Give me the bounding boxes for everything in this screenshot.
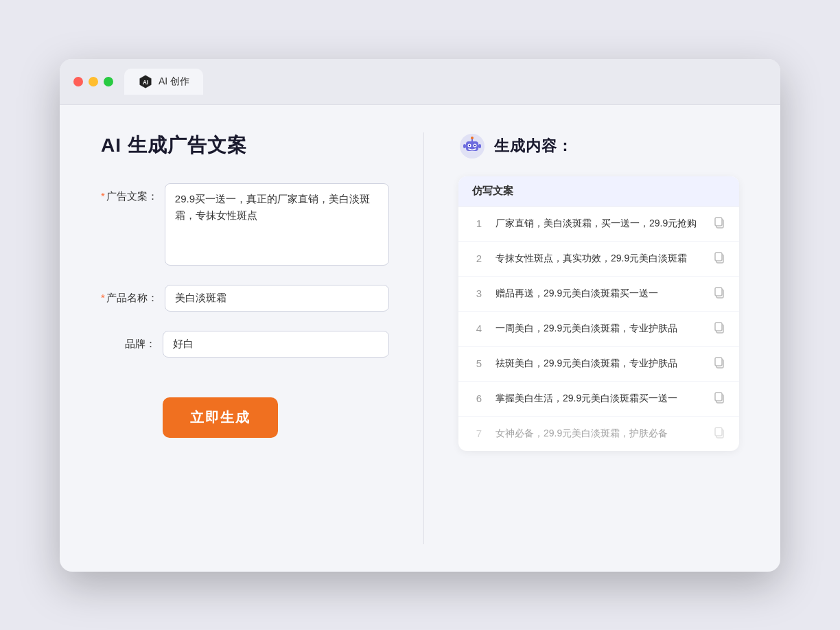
ai-tab-icon: AI bbox=[138, 74, 153, 89]
row-text: 厂家直销，美白淡斑霜，买一送一，29.9元抢购 bbox=[495, 216, 703, 231]
copy-icon[interactable] bbox=[713, 251, 725, 266]
row-text: 掌握美白生活，29.9元美白淡斑霜买一送一 bbox=[495, 391, 703, 406]
copy-icon[interactable] bbox=[713, 391, 725, 406]
copy-icon[interactable] bbox=[713, 426, 725, 441]
svg-rect-13 bbox=[715, 218, 722, 226]
row-text: 祛斑美白，29.9元美白淡斑霜，专业护肤品 bbox=[495, 356, 703, 371]
required-star-1: * bbox=[101, 190, 105, 202]
table-row: 2专抹女性斑点，真实功效，29.9元美白淡斑霜 bbox=[458, 242, 739, 277]
ad-copy-label: *广告文案： bbox=[101, 183, 165, 203]
result-table-header: 仿写文案 bbox=[458, 176, 739, 207]
row-text: 专抹女性斑点，真实功效，29.9元美白淡斑霜 bbox=[495, 251, 703, 266]
table-row: 6掌握美白生活，29.9元美白淡斑霜买一送一 bbox=[458, 382, 739, 417]
table-row: 3赠品再送，29.9元美白淡斑霜买一送一 bbox=[458, 277, 739, 312]
copy-icon[interactable] bbox=[713, 356, 725, 371]
row-text: 一周美白，29.9元美白淡斑霜，专业护肤品 bbox=[495, 321, 703, 336]
row-number: 5 bbox=[472, 358, 486, 369]
svg-rect-11 bbox=[478, 144, 481, 148]
product-name-input[interactable]: 美白淡斑霜 bbox=[165, 285, 389, 312]
left-panel: AI 生成广告文案 *广告文案： 29.9买一送一，真正的厂家直销，美白淡斑霜，… bbox=[101, 132, 389, 544]
result-rows-container: 1厂家直销，美白淡斑霜，买一送一，29.9元抢购 2专抹女性斑点，真实功效，29… bbox=[458, 207, 739, 451]
svg-point-9 bbox=[471, 137, 474, 139]
row-text: 赠品再送，29.9元美白淡斑霜买一送一 bbox=[495, 286, 703, 301]
robot-icon bbox=[458, 132, 486, 160]
svg-rect-23 bbox=[715, 393, 722, 401]
titlebar: AI AI 创作 bbox=[60, 59, 780, 105]
browser-window: AI AI 创作 AI 生成广告文案 *广告文案： 29.9买一送一，真正的厂家… bbox=[60, 59, 780, 572]
product-name-label: *产品名称： bbox=[101, 285, 165, 305]
svg-rect-21 bbox=[715, 358, 722, 366]
ad-copy-input[interactable]: 29.9买一送一，真正的厂家直销，美白淡斑霜，专抹女性斑点 bbox=[165, 183, 389, 266]
table-row: 1厂家直销，美白淡斑霜，买一送一，29.9元抢购 bbox=[458, 207, 739, 242]
svg-rect-19 bbox=[715, 323, 722, 331]
brand-label: 品牌： bbox=[101, 331, 163, 351]
svg-text:AI: AI bbox=[143, 79, 148, 85]
maximize-button[interactable] bbox=[104, 77, 113, 86]
copy-icon[interactable] bbox=[713, 216, 725, 231]
ai-tab[interactable]: AI AI 创作 bbox=[124, 69, 203, 95]
traffic-lights bbox=[73, 77, 113, 86]
generate-button[interactable]: 立即生成 bbox=[163, 397, 278, 438]
svg-rect-25 bbox=[715, 428, 722, 436]
copy-icon[interactable] bbox=[713, 321, 725, 336]
ad-copy-group: *广告文案： 29.9买一送一，真正的厂家直销，美白淡斑霜，专抹女性斑点 bbox=[101, 183, 389, 266]
page-title: AI 生成广告文案 bbox=[101, 132, 389, 159]
table-row: 7女神必备，29.9元美白淡斑霜，护肤必备 bbox=[458, 417, 739, 451]
tab-label: AI 创作 bbox=[159, 75, 189, 88]
right-panel: 生成内容： 仿写文案 1厂家直销，美白淡斑霜，买一送一，29.9元抢购 2专抹女… bbox=[458, 132, 739, 544]
minimize-button[interactable] bbox=[89, 77, 98, 86]
svg-rect-15 bbox=[715, 253, 722, 261]
row-number: 2 bbox=[472, 253, 486, 264]
brand-group: 品牌： 好白 bbox=[101, 331, 389, 358]
row-number: 4 bbox=[472, 323, 486, 334]
row-number: 7 bbox=[472, 428, 486, 439]
svg-rect-17 bbox=[715, 288, 722, 296]
svg-rect-10 bbox=[463, 144, 466, 148]
vertical-divider bbox=[423, 132, 424, 544]
result-table: 仿写文案 1厂家直销，美白淡斑霜，买一送一，29.9元抢购 2专抹女性斑点，真实… bbox=[458, 176, 739, 451]
svg-point-7 bbox=[474, 144, 476, 145]
row-text: 女神必备，29.9元美白淡斑霜，护肤必备 bbox=[495, 426, 703, 441]
product-name-group: *产品名称： 美白淡斑霜 bbox=[101, 285, 389, 312]
copy-icon[interactable] bbox=[713, 286, 725, 301]
required-star-2: * bbox=[101, 292, 105, 303]
svg-point-6 bbox=[469, 144, 470, 145]
close-button[interactable] bbox=[73, 77, 83, 86]
row-number: 6 bbox=[472, 393, 486, 404]
brand-input[interactable]: 好白 bbox=[163, 331, 389, 358]
result-title: 生成内容： bbox=[494, 136, 573, 156]
table-row: 4一周美白，29.9元美白淡斑霜，专业护肤品 bbox=[458, 312, 739, 347]
main-content: AI 生成广告文案 *广告文案： 29.9买一送一，真正的厂家直销，美白淡斑霜，… bbox=[60, 105, 780, 572]
row-number: 1 bbox=[472, 218, 486, 229]
result-header: 生成内容： bbox=[458, 132, 739, 160]
table-row: 5祛斑美白，29.9元美白淡斑霜，专业护肤品 bbox=[458, 347, 739, 382]
row-number: 3 bbox=[472, 288, 486, 299]
